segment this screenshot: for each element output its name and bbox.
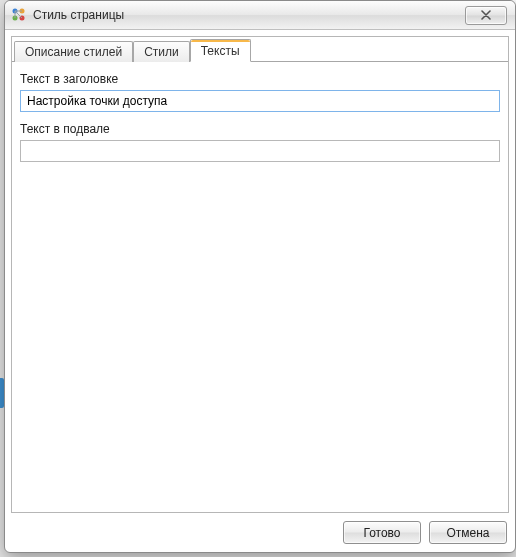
- tab-control: Описание стилей Стили Тексты Текст в заг…: [11, 36, 509, 513]
- tab-styles[interactable]: Стили: [133, 41, 190, 62]
- tab-label: Стили: [144, 45, 179, 59]
- window-title: Стиль страницы: [33, 8, 124, 22]
- cancel-button[interactable]: Отмена: [429, 521, 507, 544]
- tab-page-texts: Текст в заголовке Текст в подвале: [12, 61, 508, 512]
- tab-texts[interactable]: Тексты: [190, 39, 251, 62]
- header-text-input[interactable]: [20, 90, 500, 112]
- footer-text-input[interactable]: [20, 140, 500, 162]
- dialog-window: Стиль страницы Описание стилей Стили Тек…: [4, 0, 516, 553]
- dialog-button-row: Готово Отмена: [11, 513, 509, 546]
- tab-strip: Описание стилей Стили Тексты: [12, 37, 508, 61]
- header-text-label: Текст в заголовке: [20, 72, 500, 86]
- tab-label: Описание стилей: [25, 45, 122, 59]
- close-icon: [481, 10, 491, 20]
- ok-button[interactable]: Готово: [343, 521, 421, 544]
- tab-style-description[interactable]: Описание стилей: [14, 41, 133, 62]
- app-icon: [11, 7, 27, 23]
- tab-label: Тексты: [201, 44, 240, 58]
- footer-text-label: Текст в подвале: [20, 122, 500, 136]
- close-button[interactable]: [465, 6, 507, 25]
- titlebar[interactable]: Стиль страницы: [5, 1, 515, 30]
- client-area: Описание стилей Стили Тексты Текст в заг…: [5, 30, 515, 552]
